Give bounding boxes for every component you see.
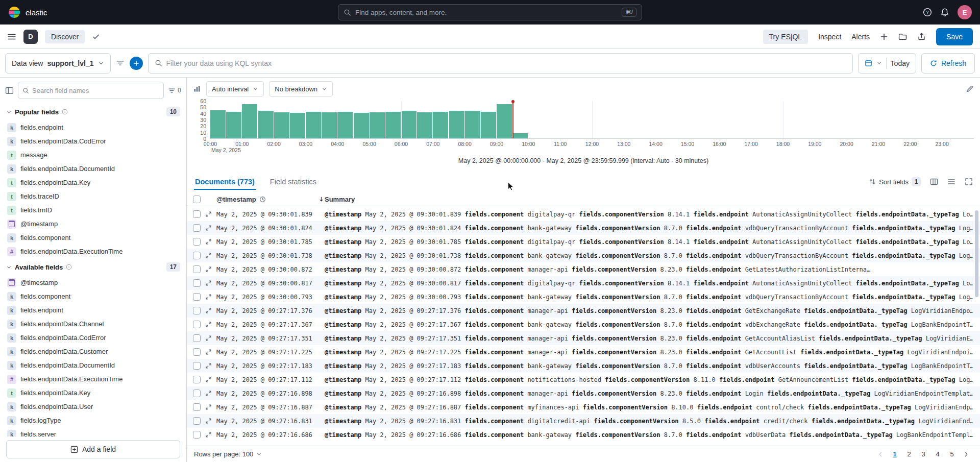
- sort-fields-button[interactable]: Sort fields 1: [869, 177, 921, 186]
- breakdown-select[interactable]: No breakdown: [269, 81, 333, 96]
- field-filter-button[interactable]: 0: [168, 87, 181, 94]
- row-checkbox[interactable]: [193, 210, 201, 218]
- row-checkbox[interactable]: [193, 334, 201, 342]
- row-checkbox[interactable]: [193, 238, 201, 246]
- global-search-input[interactable]: [355, 9, 618, 16]
- columns-button[interactable]: [930, 178, 938, 186]
- table-row[interactable]: May 2, 2025 @ 09:30:01.738 @timestamp Ma…: [187, 249, 980, 262]
- row-checkbox[interactable]: [193, 252, 201, 259]
- scrollbar-thumb[interactable]: [975, 210, 978, 297]
- expand-document-icon[interactable]: [205, 362, 212, 369]
- expand-document-icon[interactable]: [205, 349, 212, 355]
- row-checkbox[interactable]: [193, 265, 201, 273]
- histogram-bar[interactable]: [226, 112, 241, 138]
- field-list-item[interactable]: @timestamp: [4, 276, 182, 289]
- row-checkbox[interactable]: [193, 431, 201, 439]
- field-list-item[interactable]: # fields.endpointData.ExecutionTime: [4, 372, 182, 386]
- row-checkbox[interactable]: [193, 403, 201, 411]
- page-button[interactable]: 4: [931, 448, 944, 460]
- histogram-bar[interactable]: [512, 133, 528, 138]
- field-search-input[interactable]: [32, 87, 159, 94]
- histogram-bar[interactable]: [274, 112, 289, 138]
- collapse-sidebar-button[interactable]: [5, 86, 14, 95]
- histogram-plot[interactable]: [210, 101, 974, 139]
- table-row[interactable]: May 2, 2025 @ 09:27:17.367 @timestamp Ma…: [187, 318, 980, 331]
- expand-document-icon[interactable]: [205, 404, 212, 410]
- row-checkbox[interactable]: [193, 279, 201, 287]
- expand-document-icon[interactable]: [205, 238, 212, 245]
- table-row[interactable]: May 2, 2025 @ 09:27:16.831 @timestamp Ma…: [187, 414, 980, 428]
- save-button[interactable]: Save: [936, 28, 973, 45]
- date-picker[interactable]: Today: [858, 53, 916, 74]
- fullscreen-button[interactable]: [965, 178, 973, 186]
- histogram-bar[interactable]: [370, 112, 385, 138]
- expand-document-icon[interactable]: [205, 266, 212, 273]
- add-filter-button[interactable]: [130, 57, 143, 70]
- breadcrumb[interactable]: Discover: [45, 30, 85, 43]
- histogram-bar[interactable]: [481, 112, 496, 138]
- page-button[interactable]: 1: [888, 448, 901, 460]
- field-list-item[interactable]: k fields.endpointData.DocumentId: [4, 162, 182, 176]
- histogram-bar[interactable]: [290, 113, 305, 138]
- kql-input[interactable]: [166, 59, 846, 67]
- menu-button[interactable]: [7, 32, 16, 41]
- histogram-bar[interactable]: [322, 112, 337, 138]
- data-view-picker[interactable]: Data view support_lvl_1: [5, 53, 111, 74]
- chart-options-button[interactable]: [193, 85, 201, 93]
- inspect-button[interactable]: Inspect: [818, 33, 841, 41]
- density-button[interactable]: [947, 178, 955, 186]
- page-button[interactable]: 2: [902, 448, 916, 460]
- row-checkbox[interactable]: [193, 293, 201, 301]
- next-page-button[interactable]: [960, 448, 973, 460]
- histogram-bar[interactable]: [497, 104, 512, 138]
- select-all-checkbox[interactable]: [193, 196, 201, 203]
- row-checkbox[interactable]: [193, 376, 201, 383]
- table-row[interactable]: May 2, 2025 @ 09:27:17.351 @timestamp Ma…: [187, 331, 980, 345]
- expand-document-icon[interactable]: [205, 225, 212, 231]
- expand-document-icon[interactable]: [205, 211, 212, 217]
- field-list-item[interactable]: t message: [4, 148, 182, 162]
- popular-fields-header[interactable]: Popular fields i 10: [4, 103, 182, 120]
- field-list-item[interactable]: @timestamp: [4, 217, 182, 231]
- field-list-item[interactable]: k fields.endpointData.CodError: [4, 134, 182, 148]
- table-row[interactable]: May 2, 2025 @ 09:27:16.887 @timestamp Ma…: [187, 400, 980, 414]
- histogram-bar[interactable]: [306, 112, 321, 138]
- table-row[interactable]: May 2, 2025 @ 09:27:17.376 @timestamp Ma…: [187, 304, 980, 318]
- field-list-item[interactable]: t fields.trnID: [4, 203, 182, 217]
- space-avatar[interactable]: D: [23, 30, 38, 44]
- row-checkbox[interactable]: [193, 417, 201, 425]
- field-list-item[interactable]: t fields.endpointData.Key: [4, 386, 182, 400]
- histogram-bar[interactable]: [433, 112, 448, 138]
- rows-per-page-select[interactable]: Rows per page: 100: [194, 450, 262, 458]
- table-row[interactable]: May 2, 2025 @ 09:30:01.785 @timestamp Ma…: [187, 235, 980, 249]
- field-list-item[interactable]: k fields.endpoint: [4, 120, 182, 134]
- table-row[interactable]: May 2, 2025 @ 09:30:00.793 @timestamp Ma…: [187, 290, 980, 304]
- row-checkbox[interactable]: [193, 390, 201, 397]
- row-checkbox[interactable]: [193, 224, 201, 232]
- row-checkbox[interactable]: [193, 362, 201, 370]
- interval-select[interactable]: Auto interval: [206, 81, 264, 96]
- add-field-button[interactable]: Add a field: [6, 440, 180, 458]
- field-list-item[interactable]: k fields.component: [4, 289, 182, 303]
- field-search-box[interactable]: [18, 82, 164, 99]
- kql-search-box[interactable]: [148, 53, 853, 74]
- expand-document-icon[interactable]: [205, 390, 212, 397]
- tab-field-statistics[interactable]: Field statistics: [269, 173, 317, 190]
- alerts-button[interactable]: Alerts: [851, 33, 870, 41]
- table-row[interactable]: May 2, 2025 @ 09:27:16.898 @timestamp Ma…: [187, 386, 980, 400]
- previous-page-button[interactable]: [874, 448, 887, 460]
- field-list-item[interactable]: k fields.endpointData.Customer: [4, 345, 182, 358]
- expand-document-icon[interactable]: [205, 294, 212, 300]
- available-fields-header[interactable]: Available fields i 17: [4, 258, 182, 276]
- field-list-item[interactable]: t fields.endpointData.Key: [4, 176, 182, 189]
- summary-column-header[interactable]: Summary: [325, 196, 976, 203]
- share-button[interactable]: [917, 32, 926, 41]
- timestamp-column-header[interactable]: @timestamp: [216, 196, 325, 203]
- field-list-item[interactable]: k fields.endpointData.CodError: [4, 331, 182, 345]
- expand-document-icon[interactable]: [205, 335, 212, 342]
- field-list-item[interactable]: # fields.endpointData.ExecutionTime: [4, 245, 182, 258]
- table-row[interactable]: May 2, 2025 @ 09:27:17.225 @timestamp Ma…: [187, 345, 980, 359]
- row-checkbox[interactable]: [193, 307, 201, 314]
- row-checkbox[interactable]: [193, 321, 201, 328]
- field-list-item[interactable]: k fields.server: [4, 427, 182, 436]
